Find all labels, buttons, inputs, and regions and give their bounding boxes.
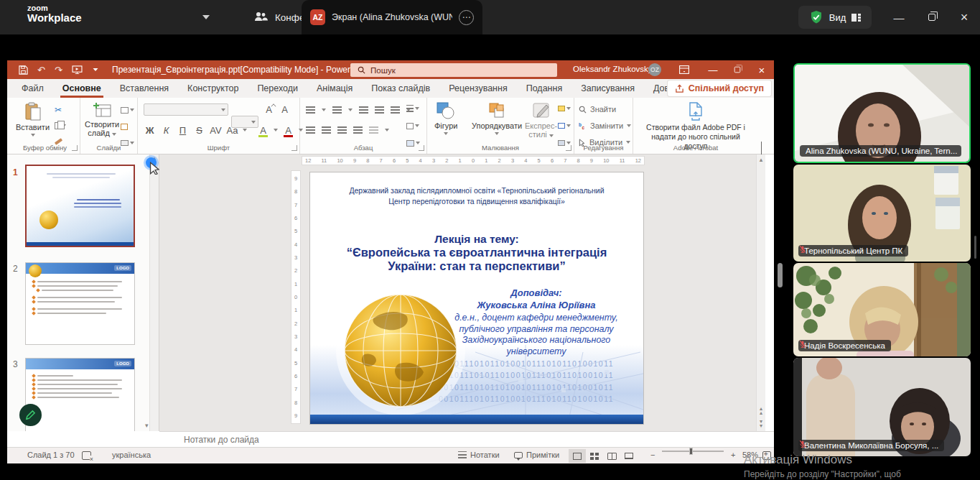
bold-button[interactable]: Ж [144, 125, 156, 136]
slideshow-view-button[interactable] [620, 449, 638, 463]
prev-next-slide-buttons[interactable]: ▴▴ ▾▾ [757, 407, 765, 428]
align-center-icon[interactable] [322, 126, 331, 134]
find-button[interactable]: Знайти [579, 103, 631, 116]
slide-thumbnail-1[interactable] [25, 165, 135, 247]
annotation-button[interactable] [19, 404, 42, 426]
share-button[interactable]: Спільний доступ [668, 80, 771, 96]
grow-font-button[interactable]: A [263, 103, 276, 116]
text-direction-button[interactable] [406, 102, 420, 115]
zoom-slider-thumb[interactable] [689, 448, 693, 455]
arrange-button[interactable]: Упорядкувати [472, 102, 522, 135]
chevron-down-icon[interactable] [202, 15, 210, 19]
character-spacing-button[interactable]: AV [210, 125, 222, 136]
tab-view[interactable]: Подання [526, 83, 562, 93]
redo-icon[interactable]: ↷ [55, 65, 62, 75]
columns-icon[interactable] [369, 126, 378, 134]
shape-outline-button[interactable] [558, 119, 571, 132]
layout-button[interactable] [121, 103, 134, 116]
vertical-ruler[interactable]: 9876543210123456789 [291, 170, 301, 424]
sidebar-resize-handle[interactable] [778, 263, 783, 287]
tab-home[interactable]: Основне [62, 83, 101, 93]
font-name-combo[interactable] [144, 103, 228, 116]
shrink-font-button[interactable]: A [279, 103, 291, 116]
view-button[interactable]: Вид [798, 6, 872, 29]
search-input[interactable]: Пошук [350, 63, 557, 77]
zoom-close-button[interactable]: × [948, 0, 980, 34]
ppt-restore-button[interactable] [725, 60, 750, 79]
dialog-launcher-icon[interactable] [419, 145, 424, 151]
horizontal-ruler[interactable]: 1211109876543210123456789101112 [302, 156, 645, 165]
cut-button[interactable]: ✂ [55, 103, 66, 116]
accessibility-icon[interactable] [82, 451, 91, 460]
replace-button[interactable]: bc Замінити [579, 119, 631, 132]
tab-transitions[interactable]: Переходи [257, 83, 298, 93]
slide-thumbnail-3[interactable]: LOGO [25, 358, 135, 431]
tab-design[interactable]: Конструктор [187, 83, 238, 93]
account-name[interactable]: Oleksandr Zhukovsky [573, 65, 653, 73]
more-options-icon[interactable]: ⋯ [459, 10, 474, 25]
decrease-indent-icon[interactable] [359, 106, 368, 114]
paste-button[interactable]: Вставити [16, 102, 50, 137]
line-spacing-icon[interactable] [391, 106, 400, 114]
shapes-button[interactable]: Фігури [434, 102, 457, 135]
slideshow-icon[interactable] [72, 65, 83, 74]
qat-customize-icon[interactable] [93, 68, 98, 71]
notes-pane[interactable]: Нотатки до слайда [159, 431, 774, 447]
bullets-icon[interactable] [306, 106, 315, 114]
italic-button[interactable]: К [160, 125, 172, 136]
zoom-out-button[interactable]: − [650, 451, 655, 459]
video-tile-valentyna[interactable]: Валентина Миколаївна Борсуля, ... [793, 358, 971, 456]
align-text-button[interactable] [406, 119, 420, 132]
zoom-minimize-button[interactable]: — [883, 0, 915, 34]
copy-button[interactable] [55, 119, 66, 132]
numbering-icon[interactable] [332, 106, 342, 114]
ppt-minimize-button[interactable]: — [701, 60, 725, 79]
tab-insert[interactable]: Вставлення [120, 83, 169, 93]
video-tile-ternopil-center[interactable]: Тернопільський Центр ПК [793, 165, 971, 262]
reset-slide-button[interactable] [121, 120, 134, 133]
underline-button[interactable]: П [177, 125, 189, 136]
reading-view-button[interactable] [603, 449, 620, 463]
font-color-button[interactable]: A [282, 125, 294, 136]
justify-icon[interactable] [353, 126, 363, 134]
slide-sorter-view-button[interactable] [586, 449, 603, 463]
video-tile-alina[interactable]: Alina Zhukovska (WUNU, Ukraine, Tern... [793, 63, 971, 163]
dialog-launcher-icon[interactable] [291, 145, 297, 151]
align-right-icon[interactable] [337, 126, 347, 134]
zoom-slider[interactable] [662, 451, 724, 452]
tab-animations[interactable]: Анімація [317, 83, 353, 93]
collapse-ribbon-button[interactable] [761, 142, 762, 155]
ppt-close-button[interactable]: × [750, 60, 774, 79]
notes-toggle-button[interactable]: Нотатки [458, 451, 500, 459]
language-indicator[interactable]: українська [112, 451, 151, 459]
zoom-in-button[interactable]: + [731, 451, 735, 459]
sidebar-scrollbar[interactable] [974, 236, 976, 259]
increase-indent-icon[interactable] [375, 106, 384, 114]
tab-recording[interactable]: Записування [581, 83, 635, 93]
tab-shared-screen[interactable]: AZ Экран (Alina Zhukovska (WUNU, ⋯ [302, 0, 482, 34]
slide-thumbnail-2[interactable]: LOGO [25, 262, 135, 345]
tab-review[interactable]: Рецензування [449, 83, 507, 93]
dialog-launcher-icon[interactable] [72, 145, 78, 151]
change-case-button[interactable]: Aa [226, 125, 238, 136]
thumbnail-scrollbar[interactable]: ▴ [149, 154, 159, 431]
editor-scrollbar[interactable]: ▴ ▴▴ ▾▾ [756, 154, 765, 431]
comments-toggle-button[interactable]: Примітки [514, 451, 559, 459]
undo-icon[interactable]: ↶ [37, 65, 45, 75]
tab-file[interactable]: Файл [22, 83, 44, 93]
slide-canvas[interactable]: 0010111010110100101110101101001011 00101… [310, 172, 643, 424]
dialog-launcher-icon[interactable] [566, 145, 571, 151]
save-icon[interactable] [19, 65, 28, 75]
quick-styles-button[interactable]: Експрес-стилі [525, 102, 557, 139]
shape-fill-button[interactable] [558, 102, 571, 115]
align-left-icon[interactable] [306, 126, 315, 134]
pane-collapse-icon[interactable]: ▾ [145, 422, 149, 429]
new-slide-button[interactable]: Створитислайд [85, 102, 119, 137]
ribbon-options-icon[interactable] [679, 65, 689, 74]
normal-view-button[interactable] [569, 449, 586, 463]
zoom-restore-button[interactable] [916, 0, 948, 34]
account-avatar[interactable]: OZ [648, 63, 661, 76]
highlight-button[interactable]: A [257, 125, 269, 136]
tab-slideshow[interactable]: Показ слайдів [371, 83, 430, 93]
video-tile-nadiya[interactable]: Надія Воскресенська [793, 263, 971, 356]
